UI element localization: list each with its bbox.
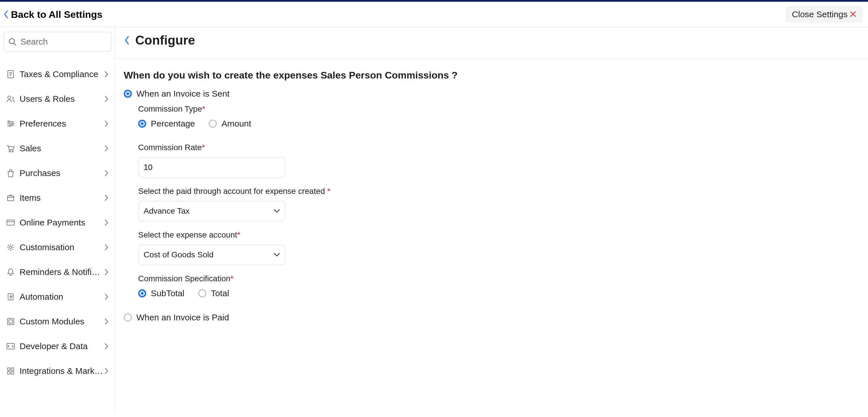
sidebar-item-customisation[interactable]: Customisation (3, 235, 112, 260)
chevron-right-icon (104, 121, 108, 127)
sidebar-item-label: Developer & Data (20, 341, 104, 351)
paid-through-label: Select the paid through account for expe… (138, 187, 859, 196)
svg-rect-8 (7, 196, 14, 201)
svg-rect-17 (7, 372, 10, 374)
grid-icon (6, 367, 15, 375)
radio-label: When an Invoice is Sent (136, 89, 230, 99)
radio-label: Percentage (151, 119, 195, 129)
file-icon (6, 70, 15, 78)
sidebar-item-label: Customisation (20, 243, 104, 252)
sidebar-item-online-payments[interactable]: Online Payments (3, 210, 112, 235)
chevron-left-icon (3, 10, 9, 19)
sidebar-item-label: Preferences (20, 119, 104, 129)
svg-rect-16 (11, 368, 14, 371)
commission-rate-input[interactable] (138, 157, 285, 178)
svg-rect-18 (11, 372, 14, 374)
chevron-right-icon (104, 318, 108, 325)
sliders-icon (6, 119, 15, 128)
chevron-down-icon (274, 209, 280, 213)
sidebar-item-reminders[interactable]: Reminders & Notific… (3, 260, 112, 284)
sidebar-item-label: Users & Roles (20, 94, 104, 104)
sidebar-item-label: Taxes & Compliance (20, 69, 104, 79)
search-placeholder: Search (21, 37, 48, 46)
radio-when-invoice-paid[interactable] (124, 314, 132, 322)
expense-account-select[interactable]: Cost of Goods Sold (138, 245, 285, 265)
sidebar-item-label: Online Payments (20, 218, 104, 227)
chevron-right-icon (104, 219, 108, 226)
sidebar-item-automation[interactable]: Automation (3, 284, 112, 309)
card-icon (6, 218, 15, 227)
config-question: When do you wish to create the expenses … (124, 70, 859, 81)
sidebar-item-items[interactable]: Items (3, 186, 112, 210)
svg-point-5 (9, 125, 11, 127)
expense-account-label: Select the expense account* (138, 230, 859, 239)
paid-through-select[interactable]: Advance Tax (138, 201, 285, 221)
select-value: Advance Tax (144, 206, 190, 216)
sidebar-item-custom-modules[interactable]: Custom Modules (3, 309, 112, 334)
svg-point-4 (11, 123, 13, 125)
sidebar-item-label: Items (20, 193, 104, 203)
sidebar-item-label: Custom Modules (20, 317, 104, 326)
sidebar-item-developer[interactable]: Developer & Data (3, 334, 112, 359)
people-icon (6, 95, 15, 103)
sidebar-item-preferences[interactable]: Preferences (3, 111, 112, 136)
radio-label: Total (211, 288, 229, 298)
close-settings-button[interactable]: Close Settings (786, 6, 862, 23)
sidebar-item-label: Integrations & Mark… (20, 366, 104, 376)
sidebar-item-taxes[interactable]: Taxes & Compliance (3, 62, 112, 87)
sidebar-item-label: Purchases (20, 168, 104, 178)
module-icon (6, 317, 15, 326)
svg-point-10 (9, 246, 12, 249)
wrench-icon (6, 243, 15, 252)
chevron-right-icon (104, 71, 108, 77)
svg-rect-9 (7, 220, 14, 225)
radio-label: Amount (221, 119, 251, 129)
svg-point-3 (8, 121, 10, 123)
sidebar-item-sales[interactable]: Sales (3, 136, 112, 161)
chevron-right-icon (104, 294, 108, 300)
settings-sidebar: Search Taxes & Compliance Users & Roles … (0, 27, 115, 413)
chevron-right-icon (104, 269, 108, 275)
radio-total[interactable] (198, 289, 206, 297)
radio-label: When an Invoice is Paid (136, 313, 229, 322)
sidebar-item-users[interactable]: Users & Roles (3, 87, 112, 111)
cart-icon (6, 144, 15, 153)
bell-icon (6, 268, 15, 276)
sidebar-item-label: Automation (20, 292, 104, 302)
box-icon (6, 194, 15, 202)
chevron-right-icon (104, 244, 108, 251)
radio-label: SubTotal (151, 288, 184, 298)
sidebar-item-label: Sales (20, 143, 104, 153)
back-label: Back to All Settings (11, 9, 102, 20)
chevron-down-icon (274, 253, 280, 257)
bolt-icon (6, 292, 15, 301)
commission-type-label: Commission Type* (138, 104, 859, 114)
back-to-settings-link[interactable]: Back to All Settings (3, 9, 102, 20)
radio-when-invoice-sent[interactable] (124, 90, 132, 98)
chevron-right-icon (104, 368, 108, 374)
chevron-right-icon (104, 170, 108, 176)
radio-subtotal[interactable] (138, 289, 146, 297)
sidebar-item-integrations[interactable]: Integrations & Mark… (3, 359, 112, 383)
svg-point-2 (8, 96, 11, 99)
chevron-left-icon[interactable] (124, 35, 130, 45)
close-icon (850, 9, 856, 19)
svg-point-6 (9, 151, 11, 152)
svg-rect-13 (9, 320, 12, 323)
chevron-right-icon (104, 195, 108, 201)
chevron-right-icon (104, 96, 108, 102)
search-input[interactable]: Search (3, 32, 112, 52)
svg-point-7 (12, 151, 13, 152)
svg-rect-15 (7, 368, 10, 371)
page-title: Configure (135, 33, 195, 47)
commission-spec-label: Commission Specification* (138, 274, 859, 283)
svg-rect-11 (8, 294, 13, 300)
radio-amount[interactable] (209, 120, 217, 128)
sidebar-item-label: Reminders & Notific… (20, 267, 104, 277)
chevron-right-icon (104, 145, 108, 152)
svg-rect-12 (7, 318, 14, 325)
code-icon (6, 342, 15, 351)
commission-rate-label: Commission Rate* (138, 143, 859, 152)
radio-percentage[interactable] (138, 120, 146, 128)
sidebar-item-purchases[interactable]: Purchases (3, 161, 112, 186)
